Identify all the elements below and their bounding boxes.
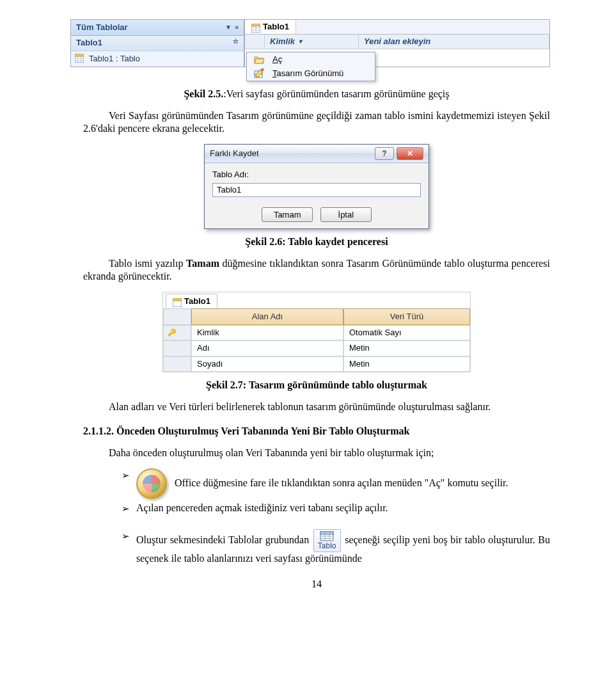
paragraph-3: Alan adları ve Veri türleri belirlenerek… <box>83 401 550 413</box>
design-header-row: Alan Adı Veri Türü <box>163 308 470 325</box>
paragraph-2: Tablo ismi yazılıp Tamam düğmesine tıkla… <box>83 257 550 283</box>
design-tab-label: Tablo1 <box>184 296 210 306</box>
table-icon <box>75 54 85 64</box>
design-tab[interactable]: Tablo1 <box>166 294 217 309</box>
paragraph-4: Daha önceden oluşturulmuş olan Veri Taba… <box>83 447 550 459</box>
primary-key-icon: 🔑 <box>168 328 177 337</box>
cancel-button[interactable]: İptal <box>320 207 372 222</box>
figure-3-design-view: Tablo1 Alan Adı Veri Türü 🔑KimlikOtomati… <box>162 292 471 372</box>
menu-item-design-view[interactable]: Tasarım Görünümü <box>247 67 375 81</box>
navpane-item-label: Tablo1 : Tablo <box>89 54 140 63</box>
figure-3-caption: Şekil 2.7: Tasarım görünümünde tablo olu… <box>83 379 550 392</box>
svg-rect-13 <box>261 68 264 71</box>
dropdown-icon: ▾ <box>299 38 302 46</box>
bullet-arrow-icon: ➢ <box>122 530 130 543</box>
menu-item-label: Aç <box>272 54 282 65</box>
row-selector-header <box>163 308 191 325</box>
design-view-icon <box>252 68 266 79</box>
table-icon <box>173 298 182 307</box>
svg-rect-15 <box>173 298 182 301</box>
collapse-icon: ☆ <box>233 38 239 48</box>
save-as-dialog: Farklı Kaydet ? ✕ Tablo Adı: Tamam İptal <box>204 144 429 228</box>
svg-rect-1 <box>75 54 84 56</box>
bullet-3-text: Oluştur sekmesindeki Tablolar grubundan … <box>136 529 550 565</box>
navpane-header[interactable]: Tüm Tablolar ▼ « <box>71 20 244 36</box>
paragraph-1: Veri Sayfası görünümünden Tasarım görünü… <box>83 109 550 135</box>
row-selector[interactable] <box>163 356 191 372</box>
dialog-title: Farklı Kaydet <box>210 148 259 159</box>
row-selector[interactable] <box>163 340 191 356</box>
svg-rect-17 <box>320 532 333 534</box>
bullet-arrow-icon: ➢ <box>122 503 130 515</box>
navpane-group-label: Tablo1 <box>76 38 102 48</box>
tab-strip: Tablo1 <box>245 20 549 35</box>
office-button-icon <box>136 468 167 499</box>
header-field-name: Alan Adı <box>191 308 343 325</box>
dialog-titlebar: Farklı Kaydet ? ✕ <box>205 145 429 163</box>
tablo-ribbon-button: Tablo <box>313 529 341 552</box>
table-icon <box>251 24 260 33</box>
navigation-pane: Tüm Tablolar ▼ « Tablo1 ☆ Tablo1 : Tablo <box>70 19 244 67</box>
navpane-item-tablo1[interactable]: Tablo1 : Tablo <box>71 51 244 67</box>
menu-item-label: Tasarım Görünümü <box>272 68 343 79</box>
bullet-3: ➢ Oluştur sekmesindeki Tablolar grubunda… <box>122 529 550 565</box>
design-row[interactable]: SoyadıMetin <box>163 356 470 372</box>
data-type-cell[interactable]: Metin <box>343 356 470 372</box>
ok-button[interactable]: Tamam <box>262 207 313 222</box>
dialog-field-label: Tablo Adı: <box>212 170 421 180</box>
datasheet-header-row: Kimlik ▾ Yeni alan ekleyin <box>245 35 549 49</box>
navpane-group[interactable]: Tablo1 ☆ <box>71 36 244 51</box>
navpane-header-label: Tüm Tablolar <box>76 22 128 33</box>
heading-2-1-1-2: 2.1.1.2. Önceden Oluşturulmuş Veri Taban… <box>83 425 550 438</box>
bullet-2: ➢ Açılan pencereden açmak istediğiniz ve… <box>122 502 550 515</box>
page-number: 14 <box>83 578 550 591</box>
data-type-cell[interactable]: Metin <box>343 340 470 356</box>
row-selector[interactable] <box>245 35 265 49</box>
bullet-1: ➢ Office düğmesine fare ile tıklandıktan… <box>122 468 550 499</box>
column-header-add-field[interactable]: Yeni alan ekleyin <box>359 35 549 49</box>
help-button[interactable]: ? <box>375 147 394 160</box>
design-row[interactable]: AdıMetin <box>163 340 470 356</box>
bullet-arrow-icon: ➢ <box>122 470 130 482</box>
table-name-input[interactable] <box>212 183 421 197</box>
field-name-cell[interactable]: Soyadı <box>191 356 343 372</box>
column-header-label: Yeni alan ekleyin <box>364 36 430 47</box>
datasheet-tab[interactable]: Tablo1 <box>245 20 296 34</box>
data-type-cell[interactable]: Otomatik Sayı <box>343 325 470 340</box>
bullet-2-text: Açılan pencereden açmak istediğiniz veri… <box>136 502 550 514</box>
column-header-label: Kimlik <box>270 36 295 47</box>
figure-1-caption: Şekil 2.5.:Veri sayfası görünümünden tas… <box>83 88 550 100</box>
field-name-cell[interactable]: Adı <box>191 340 343 356</box>
bullet-1-text: Office düğmesine fare ile tıklandıktan s… <box>175 477 508 488</box>
chevron-down-icon: ▼ « <box>225 24 239 32</box>
column-header-kimlik[interactable]: Kimlik ▾ <box>265 35 359 49</box>
open-icon <box>252 55 266 64</box>
row-selector[interactable]: 🔑 <box>163 325 191 340</box>
figure-2-caption: Şekil 2.6: Tablo kaydet penceresi <box>83 235 550 248</box>
datasheet-tab-label: Tablo1 <box>263 22 289 32</box>
menu-item-open[interactable]: Aç <box>247 52 375 67</box>
context-menu: Aç Tasarım Görünümü <box>246 52 375 82</box>
header-data-type: Veri Türü <box>343 308 470 325</box>
close-button[interactable]: ✕ <box>397 147 423 160</box>
design-row[interactable]: 🔑KimlikOtomatik Sayı <box>163 325 470 340</box>
field-name-cell[interactable]: Kimlik <box>191 325 343 340</box>
